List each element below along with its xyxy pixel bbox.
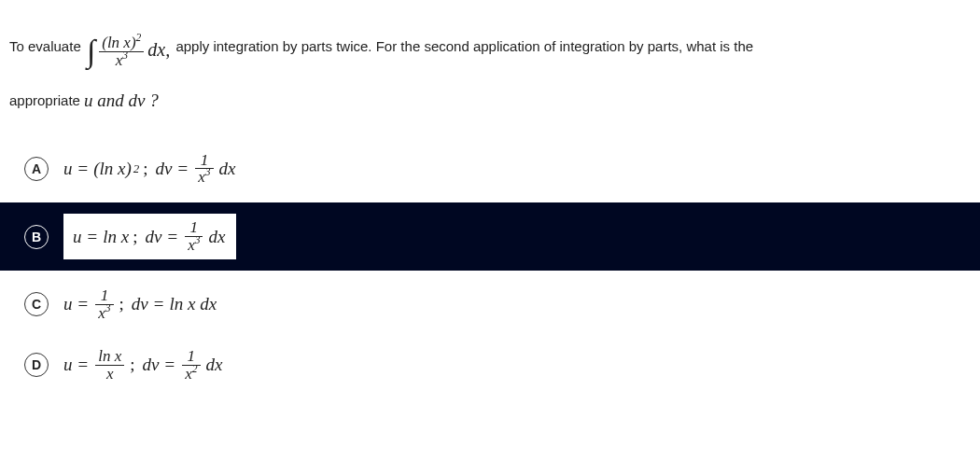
b-frac-den-base: x xyxy=(188,236,195,254)
b-semi: ; xyxy=(133,227,137,247)
b-dv: dv xyxy=(145,227,161,247)
u-and-dv: u and dv ? xyxy=(84,91,159,110)
option-d[interactable]: D u = ln x x ; dv = 1 x2 dx xyxy=(6,339,974,392)
d-frac2-den-base: x xyxy=(185,365,192,383)
c-dv: dv xyxy=(132,294,148,314)
d-frac1: ln x x xyxy=(95,348,124,383)
a-eq1: = xyxy=(78,159,89,179)
c-frac-den-base: x xyxy=(98,304,105,322)
stem-pre: To evaluate xyxy=(9,38,81,54)
option-b[interactable]: B u = ln x ; dv = 1 x3 dx xyxy=(0,202,980,271)
b-lnx: ln x xyxy=(103,227,129,247)
option-b-math: u = ln x ; dv = 1 x3 dx xyxy=(63,219,225,254)
a-lnx: (ln x) xyxy=(93,159,132,179)
a-u: u xyxy=(63,159,73,179)
d-frac2-num: 1 xyxy=(182,348,200,365)
a-dv: dv xyxy=(156,159,173,179)
c-frac: 1 x3 xyxy=(95,287,113,322)
a-frac: 1 x3 xyxy=(195,152,213,187)
options-list: A u = (ln x)2 ; dv = 1 x3 dx B u = ln x … xyxy=(0,130,980,392)
a-semi: ; xyxy=(143,159,147,179)
a-frac-den-base: x xyxy=(198,168,205,186)
b-frac-den-sup: 3 xyxy=(195,234,201,246)
option-a-math: u = (ln x)2 ; dv = 1 x3 dx xyxy=(63,152,236,187)
c-rhs2: ln x dx xyxy=(169,294,217,314)
a-frac-den-sup: 3 xyxy=(205,167,211,179)
d-dx: dx xyxy=(206,355,223,375)
option-letter-c: C xyxy=(24,292,49,316)
integral-dx: dx, xyxy=(147,39,170,60)
a-frac-num: 1 xyxy=(195,152,213,169)
stem-line2-pre: appropriate xyxy=(9,92,80,108)
d-frac1-den: x xyxy=(95,365,124,383)
a-dx: dx xyxy=(219,159,236,179)
integral-sign: ∫ xyxy=(87,34,95,68)
question-stem: To evaluate ∫(ln x)2x3dx, apply integrat… xyxy=(0,0,980,130)
integral-expression: ∫(ln x)2x3dx, xyxy=(85,11,172,81)
stem-mid: apply integration by parts twice. For th… xyxy=(175,38,753,54)
d-eq2: = xyxy=(164,355,175,375)
c-semi: ; xyxy=(119,294,124,314)
d-frac1-num: ln x xyxy=(95,348,124,365)
c-u: u xyxy=(63,294,73,314)
option-b-card: u = ln x ; dv = 1 x3 dx xyxy=(63,214,236,259)
b-eq1: = xyxy=(88,227,98,247)
d-u: u xyxy=(63,355,73,375)
d-frac2-den-sup: 2 xyxy=(192,363,198,375)
d-eq1: = xyxy=(78,355,89,375)
option-c-math: u = 1 x3 ; dv = ln x dx xyxy=(63,287,217,322)
a-eq2: = xyxy=(178,159,189,179)
option-a[interactable]: A u = (ln x)2 ; dv = 1 x3 dx xyxy=(6,143,974,196)
option-letter-b: B xyxy=(24,225,49,249)
integral-den-sup: 3 xyxy=(122,49,128,62)
c-frac-den-sup: 3 xyxy=(105,302,111,314)
c-eq1: = xyxy=(78,294,89,314)
d-semi: ; xyxy=(130,355,134,375)
integral-num-sup: 2 xyxy=(136,32,142,44)
option-c[interactable]: C u = 1 x3 ; dv = ln x dx xyxy=(6,278,974,331)
option-d-math: u = ln x x ; dv = 1 x2 dx xyxy=(63,348,222,383)
option-letter-d: D xyxy=(24,353,49,377)
c-eq2: = xyxy=(154,294,164,314)
c-frac-num: 1 xyxy=(95,287,113,304)
b-dx: dx xyxy=(208,227,225,247)
integral-fraction: (ln x)2x3 xyxy=(99,35,144,69)
option-letter-a: A xyxy=(24,157,49,181)
b-frac: 1 x3 xyxy=(185,219,203,254)
d-frac2: 1 x2 xyxy=(182,348,200,383)
integral-num-base: (ln x) xyxy=(102,34,135,51)
d-dv: dv xyxy=(143,355,160,375)
b-u: u xyxy=(73,227,82,247)
b-eq2: = xyxy=(167,227,177,247)
b-frac-num: 1 xyxy=(185,219,203,236)
